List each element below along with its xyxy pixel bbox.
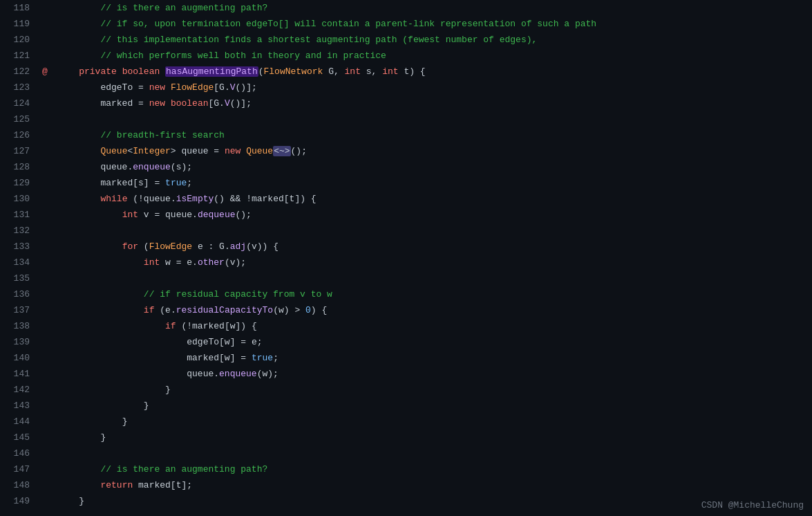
code-text: for (FlowEdge e : G.adj(v)) { <box>52 239 812 255</box>
code-line-125: 125 <box>0 111 812 127</box>
code-line-124: 124 marked = new boolean[G.V()]; <box>0 95 812 111</box>
line-number: 134 <box>0 255 38 270</box>
line-number: 119 <box>0 16 38 32</box>
line-number: 131 <box>0 207 38 223</box>
line-number: 122 <box>0 64 38 80</box>
code-line-133: 133 for (FlowEdge e : G.adj(v)) { <box>0 239 812 255</box>
code-line-136: 136 // if residual capacity from v to w <box>0 286 812 302</box>
code-line-140: 140 marked[w] = true; <box>0 350 812 366</box>
code-line-142: 142 } <box>0 382 812 398</box>
code-line-126: 126 // breadth-first search <box>0 127 812 143</box>
line-number: 139 <box>0 334 38 350</box>
code-line-123: 123 edgeTo = new FlowEdge[G.V()]; <box>0 80 812 95</box>
code-text: marked[s] = true; <box>52 175 812 191</box>
code-line-144: 144 } <box>0 414 812 430</box>
code-text: Queue<Integer> queue = new Queue<~>(); <box>52 143 812 159</box>
line-number: 128 <box>0 159 38 175</box>
line-number: 130 <box>0 191 38 207</box>
code-text: while (!queue.isEmpty() && !marked[t]) { <box>52 191 812 207</box>
line-number: 145 <box>0 430 38 445</box>
code-text: edgeTo[w] = e; <box>52 334 812 350</box>
line-number: 120 <box>0 32 38 48</box>
line-number: 123 <box>0 80 38 95</box>
line-number: 124 <box>0 95 38 111</box>
code-line-139: 139 edgeTo[w] = e; <box>0 334 812 350</box>
line-number: 141 <box>0 366 38 382</box>
code-text: return marked[t]; <box>52 477 812 493</box>
code-text: // this implementation finds a shortest … <box>52 32 812 48</box>
code-text: // if so, upon termination edgeTo[] will… <box>52 16 812 32</box>
watermark: CSDN @MichelleChung <box>701 500 804 510</box>
code-line-143: 143 } <box>0 398 812 414</box>
code-text: // if residual capacity from v to w <box>52 286 812 302</box>
line-number: 138 <box>0 318 38 334</box>
code-line-120: 120 // this implementation finds a short… <box>0 32 812 48</box>
code-line-130: 130 while (!queue.isEmpty() && !marked[t… <box>0 191 812 207</box>
code-text: private boolean hasAugmentingPath(FlowNe… <box>52 64 812 80</box>
code-line-132: 132 <box>0 223 812 239</box>
line-number: 147 <box>0 461 38 477</box>
code-text: marked = new boolean[G.V()]; <box>52 95 812 111</box>
line-number: 129 <box>0 175 38 191</box>
line-number: 132 <box>0 223 38 239</box>
line-number: 140 <box>0 350 38 366</box>
code-line-121: 121 // which performs well both in theor… <box>0 48 812 64</box>
code-text: } <box>52 430 812 445</box>
code-line-128: 128 queue.enqueue(s); <box>0 159 812 175</box>
code-line-118: 118 // is there an augmenting path? <box>0 0 812 16</box>
code-text: } <box>52 398 812 414</box>
line-number: 142 <box>0 382 38 398</box>
code-text: edgeTo = new FlowEdge[G.V()]; <box>52 80 812 95</box>
code-text <box>52 223 812 239</box>
code-text: int v = queue.dequeue(); <box>52 207 812 223</box>
code-text: // breadth-first search <box>52 127 812 143</box>
line-number: 143 <box>0 398 38 414</box>
line-number: 121 <box>0 48 38 64</box>
code-text: // which performs well both in theory an… <box>52 48 812 64</box>
line-number: 146 <box>0 445 38 461</box>
code-line-138: 138 if (!marked[w]) { <box>0 318 812 334</box>
line-number: 127 <box>0 143 38 159</box>
code-text: // is there an augmenting path? <box>52 461 812 477</box>
line-number: 144 <box>0 414 38 430</box>
line-number: 148 <box>0 477 38 493</box>
code-text: } <box>52 382 812 398</box>
code-text: marked[w] = true; <box>52 350 812 366</box>
line-number: 149 <box>0 493 38 509</box>
code-line-146: 146 <box>0 445 812 461</box>
line-number: 118 <box>0 0 38 16</box>
code-text: if (!marked[w]) { <box>52 318 812 334</box>
code-line-129: 129 marked[s] = true; <box>0 175 812 191</box>
line-number: 137 <box>0 302 38 318</box>
code-line-147: 147 // is there an augmenting path? <box>0 461 812 477</box>
code-line-127: 127 Queue<Integer> queue = new Queue<~>(… <box>0 143 812 159</box>
code-text <box>52 111 812 127</box>
code-text: } <box>52 414 812 430</box>
code-text: queue.enqueue(w); <box>52 366 812 382</box>
code-text: int w = e.other(v); <box>52 255 812 270</box>
code-line-135: 135 <box>0 270 812 286</box>
code-line-148: 148 return marked[t]; <box>0 477 812 493</box>
code-text <box>52 445 812 461</box>
line-number: 133 <box>0 239 38 255</box>
code-text: queue.enqueue(s); <box>52 159 812 175</box>
code-line-131: 131 int v = queue.dequeue(); <box>0 207 812 223</box>
code-line-141: 141 queue.enqueue(w); <box>0 366 812 382</box>
code-editor: 118 // is there an augmenting path? 119 … <box>0 0 812 516</box>
line-number: 135 <box>0 270 38 286</box>
line-number: 125 <box>0 111 38 127</box>
code-text <box>52 270 812 286</box>
code-line-149: 149 } <box>0 493 812 509</box>
line-number: 126 <box>0 127 38 143</box>
code-line-119: 119 // if so, upon termination edgeTo[] … <box>0 16 812 32</box>
code-line-134: 134 int w = e.other(v); <box>0 255 812 270</box>
code-line-122: 122 @ private boolean hasAugmentingPath(… <box>0 64 812 80</box>
code-text: } <box>52 493 812 509</box>
code-text: if (e.residualCapacityTo(w) > 0) { <box>52 302 812 318</box>
line-number: 136 <box>0 286 38 302</box>
code-line-145: 145 } <box>0 430 812 445</box>
code-text: // is there an augmenting path? <box>52 0 812 16</box>
code-line-137: 137 if (e.residualCapacityTo(w) > 0) { <box>0 302 812 318</box>
